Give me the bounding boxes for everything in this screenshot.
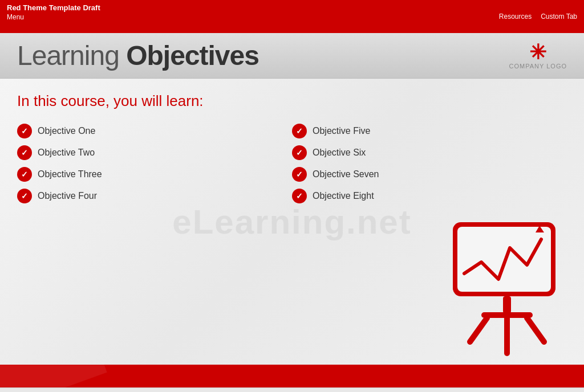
app-title: Red Theme Template Draft	[7, 3, 577, 12]
menu-link[interactable]: Menu	[7, 13, 577, 21]
objective-label: Objective Five	[313, 126, 370, 136]
watermark: eLearning.net	[172, 202, 411, 242]
illustration	[447, 217, 573, 365]
list-item: Objective Four	[17, 189, 292, 203]
svg-line-6	[527, 318, 544, 342]
list-item: Objective Six	[292, 145, 567, 160]
asterisk-icon: ✳	[529, 42, 547, 63]
header-title: Learning Objectives	[17, 40, 259, 71]
objectives-col-right: Objective Five Objective Six Objective S…	[292, 124, 567, 203]
header-banner: Learning Objectives ✳ COMPANY LOGO	[0, 33, 584, 79]
resources-link[interactable]: Resources	[499, 13, 532, 21]
top-right-links: Resources Custom Tab	[499, 13, 577, 21]
objective-label: Objective Six	[313, 148, 366, 158]
top-bar: Red Theme Template Draft Menu Resources …	[0, 0, 584, 33]
logo-area: ✳ COMPANY LOGO	[509, 42, 567, 70]
objective-label: Objective Three	[38, 169, 102, 179]
main-content: eLearning.net In this course, you will l…	[0, 79, 584, 365]
header-title-bold: Objectives	[126, 40, 259, 71]
svg-line-5	[470, 318, 487, 342]
header-title-light: Learning	[17, 40, 126, 71]
logo-text: COMPANY LOGO	[509, 63, 567, 70]
list-item: Objective Eight	[292, 189, 567, 203]
red-footer	[0, 365, 584, 387]
check-icon	[17, 189, 32, 203]
check-icon	[17, 145, 32, 160]
svg-rect-3	[503, 296, 511, 313]
check-icon	[292, 124, 307, 138]
list-item: Objective Seven	[292, 167, 567, 182]
objective-label: Objective Seven	[313, 169, 379, 179]
list-item: Objective Three	[17, 167, 292, 182]
bottom-controls: 🔈 ↺ < PREV NEXT >	[0, 387, 584, 392]
check-icon	[292, 167, 307, 182]
check-icon	[17, 167, 32, 182]
check-icon	[17, 124, 32, 138]
list-item: Objective One	[17, 124, 292, 138]
subtitle: In this course, you will learn:	[17, 92, 567, 110]
objective-label: Objective One	[38, 126, 95, 136]
objective-label: Objective Two	[38, 148, 95, 158]
objectives-col-left: Objective One Objective Two Objective Th…	[17, 124, 292, 203]
list-item: Objective Two	[17, 145, 292, 160]
objectives-container: Objective One Objective Two Objective Th…	[17, 124, 567, 203]
objective-label: Objective Four	[38, 191, 97, 201]
check-icon	[292, 189, 307, 203]
check-icon	[292, 145, 307, 160]
objective-label: Objective Eight	[313, 191, 374, 201]
list-item: Objective Five	[292, 124, 567, 138]
custom-tab-link[interactable]: Custom Tab	[541, 13, 577, 21]
